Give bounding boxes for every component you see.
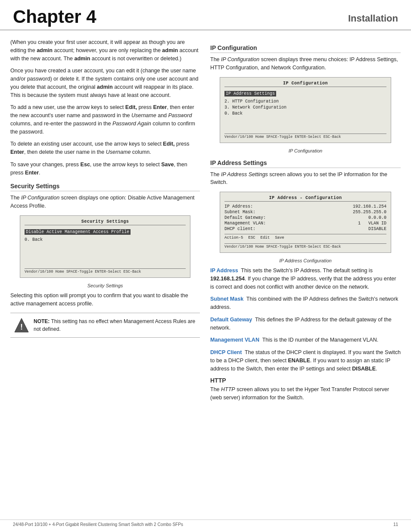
term-management-vlan-label: Management VLAN (210, 337, 259, 343)
security-settings-heading: Security Settings (10, 183, 200, 191)
ip-address-field-4: Management VLAN:1 VLAN ID (224, 221, 386, 226)
ip-config-p1: The IP Configuration screen displays thr… (210, 56, 401, 72)
ip-address-field-1: IP Address:192.168.1.254 (224, 204, 386, 209)
page-header: Chapter 4 Installation (0, 0, 411, 31)
page: Chapter 4 Installation (When you create … (0, 0, 411, 532)
ip-address-p1: The IP Address Settings screen allows yo… (210, 171, 401, 187)
security-paragraph-1: The IP Configuration screen displays one… (10, 194, 200, 210)
term-ip-address: IP Address This sets the Switch's IP Add… (210, 267, 401, 291)
ip-config-heading: IP Configuration (210, 44, 401, 53)
ip-address-screen-footer: Vendor/10/100 Home SPACE-Toggle ENTER-Se… (224, 243, 386, 249)
term-dhcp-client: DHCP Client The status of the DHCP clien… (210, 348, 401, 373)
ip-config-screen-mockup: IP Configuration IP Address Settings 2. … (220, 77, 391, 143)
security-paragraph-2: Selecting this option will prompt you to… (10, 292, 200, 308)
term-default-gateway: Default Gateway This defines the IP Addr… (210, 316, 401, 332)
ip-address-field-5: DHCP client:DISABLE (224, 227, 386, 231)
ip-config-item-3: 3. Network Configuration (224, 105, 386, 110)
paragraph-5: To save your changes, press Esc, use the… (10, 161, 200, 177)
term-subnet-mask-label: Subnet Mask (210, 296, 243, 302)
ip-address-screen-mockup: IP Address - Configuration IP Address:19… (220, 192, 391, 253)
note-box: ! NOTE: This setting has no effect when … (10, 313, 200, 338)
note-text: NOTE: This setting has no effect when Ma… (34, 317, 196, 333)
term-default-gateway-label: Default Gateway (210, 317, 252, 323)
action-edit: Edit (261, 236, 270, 240)
security-screen-mockup: Security Settings Disable Active Managem… (20, 215, 190, 278)
security-screen-footer: Vendor/10/100 Home SPACE-Toggle ENTER-Se… (25, 268, 186, 274)
ip-address-screen-title: IP Address - Configuration (224, 196, 386, 202)
ip-address-heading: IP Address Settings (210, 159, 401, 168)
ip-config-item-2: 2. HTTP Configuration (224, 99, 386, 104)
action-save: Save (275, 236, 284, 240)
action-esc: ESC (248, 236, 255, 240)
paragraph-3: To add a new user, use the arrow keys to… (10, 103, 200, 136)
ip-address-field-2: Subnet Mask:255.255.255.0 (224, 210, 386, 215)
paragraph-1: (When you create your first user account… (10, 38, 200, 62)
security-screen-title: Security Settings (25, 219, 186, 225)
left-column: (When you create your first user account… (10, 38, 200, 406)
security-screen-item-2: 0. Back (25, 237, 186, 242)
svg-text:!: ! (20, 323, 23, 331)
ip-config-screen-footer: Vendor/10/100 Home SPACE-Toggle ENTER-Se… (224, 134, 386, 139)
ip-address-actions: Action-5 ESC Edit Save (224, 234, 386, 240)
term-ip-address-label: IP Address (210, 268, 238, 274)
footer-left: 24/48-Port 10/100 + 4-Port Gigabit Resil… (13, 522, 183, 527)
footer-right: 11 (393, 522, 398, 527)
page-footer: 24/48-Port 10/100 + 4-Port Gigabit Resil… (0, 520, 411, 527)
ip-config-item-4: 0. Back (224, 111, 386, 116)
http-heading: HTTP (210, 377, 401, 384)
security-screen-caption: Security Settings (10, 283, 200, 288)
security-screen-item-1: Disable Active Management Access Profile (25, 229, 131, 235)
note-body: This setting has no effect when Manageme… (34, 318, 195, 332)
chapter-title: Chapter 4 (13, 8, 97, 26)
ip-config-screen-title: IP Configuration (224, 81, 386, 87)
http-p1: The HTTP screen allows you to set the Hy… (210, 386, 401, 402)
main-content: (When you create your first user account… (0, 38, 411, 406)
term-dhcp-client-label: DHCP Client (210, 349, 242, 355)
page-title: Installation (348, 13, 398, 26)
ip-address-field-3: Default Gateway:0.0.0.0 (224, 215, 386, 220)
ip-config-item-1: IP Address Settings (224, 91, 276, 96)
paragraph-2: Once you have created a user account, yo… (10, 67, 200, 99)
note-icon: ! (14, 317, 29, 333)
ip-config-caption: IP Configuration (210, 148, 401, 153)
action-options: Action-5 (224, 236, 243, 240)
right-column: IP Configuration The IP Configuration sc… (210, 38, 401, 406)
term-management-vlan: Management VLAN This is the ID number of… (210, 336, 401, 344)
note-label: NOTE: (34, 318, 50, 324)
paragraph-4: To delete an existing user account, use … (10, 140, 200, 156)
term-subnet-mask: Subnet Mask This combined with the IP Ad… (210, 295, 401, 311)
ip-address-caption: IP Address Configuration (210, 258, 401, 263)
